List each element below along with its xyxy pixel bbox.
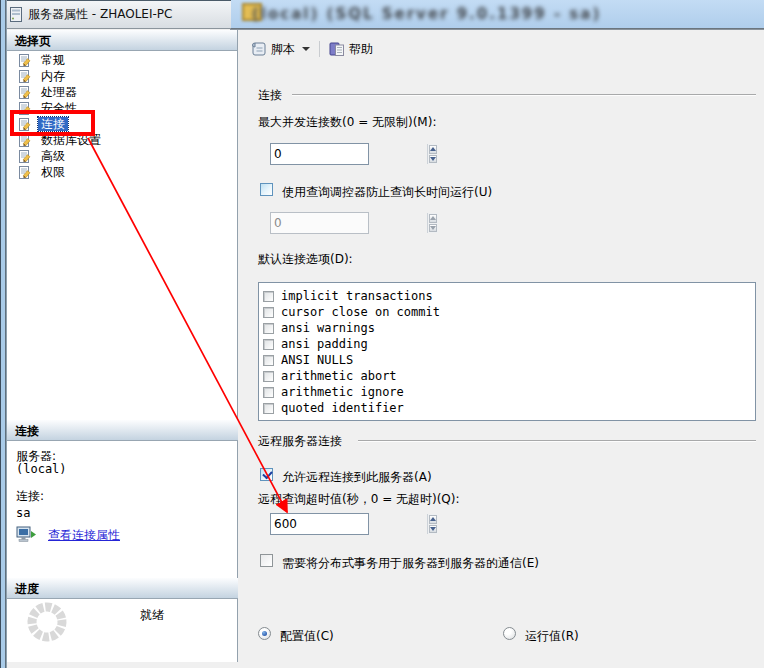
option-checkbox[interactable] bbox=[263, 403, 274, 414]
query-governor-input bbox=[271, 213, 427, 233]
configured-value-label: 配置值(C) bbox=[280, 628, 334, 645]
script-dropdown-icon[interactable] bbox=[302, 47, 310, 51]
server-properties-icon bbox=[10, 7, 22, 22]
option-row: quoted identifier bbox=[263, 400, 755, 416]
page-edit-icon bbox=[18, 102, 31, 115]
option-label: arithmetic abort bbox=[281, 369, 397, 383]
option-checkbox[interactable] bbox=[263, 291, 274, 302]
progress-panel-header: 进度 bbox=[7, 578, 238, 599]
remote-timeout-input[interactable] bbox=[271, 514, 427, 534]
max-connections-stepper bbox=[270, 143, 369, 165]
sidebar-item-权限[interactable]: 权限 bbox=[7, 164, 238, 180]
default-options-list[interactable]: implicit transactionscursor close on com… bbox=[258, 282, 756, 421]
option-row: ANSI NULLS bbox=[263, 352, 755, 368]
sidebar-item-连接[interactable]: 连接 bbox=[7, 116, 238, 132]
script-button[interactable]: 脚本 bbox=[246, 39, 314, 60]
option-checkbox[interactable] bbox=[263, 355, 274, 366]
option-label: ansi padding bbox=[281, 337, 368, 351]
option-checkbox[interactable] bbox=[263, 371, 274, 382]
option-checkbox[interactable] bbox=[263, 387, 274, 398]
sidebar-item-数据库设置[interactable]: 数据库设置 bbox=[7, 132, 238, 148]
background-window[interactable]: (local) (SQL Server 9.0.1399 - sa) bbox=[230, 0, 764, 30]
configured-value-radio[interactable] bbox=[258, 627, 271, 640]
sidebar-item-label: 连接 bbox=[38, 117, 68, 131]
sidebar-item-内存[interactable]: 内存 bbox=[7, 68, 238, 84]
option-label: ansi warnings bbox=[281, 321, 375, 335]
sidebar-item-常规[interactable]: 常规 bbox=[7, 52, 238, 68]
remote-timeout-label: 远程查询超时值(秒，0 = 无超时)(Q): bbox=[258, 491, 460, 508]
main-panel: 脚本 帮助 连接 最大并发连接数(0 = 无限制)(M): 使用查询调控器防止查… bbox=[240, 30, 764, 668]
help-book-icon bbox=[329, 41, 345, 57]
page-edit-icon bbox=[18, 70, 31, 83]
default-options-label: 默认连接选项(D): bbox=[258, 251, 353, 268]
help-button[interactable]: 帮助 bbox=[325, 39, 377, 60]
toolbar-separator bbox=[319, 41, 320, 57]
running-value-label: 运行值(R) bbox=[525, 628, 579, 645]
remote-section-title: 远程服务器连接 bbox=[258, 433, 342, 450]
option-label: ANSI NULLS bbox=[281, 353, 353, 367]
option-label: arithmetic ignore bbox=[281, 385, 404, 399]
spin-down-button[interactable] bbox=[429, 155, 437, 164]
page-edit-icon bbox=[18, 166, 31, 179]
sidebar-item-label: 数据库设置 bbox=[38, 133, 104, 147]
sidebar-item-label: 安全性 bbox=[38, 101, 80, 115]
select-page-header: 选择页 bbox=[7, 30, 237, 51]
title-bar[interactable]: 服务器属性 - ZHAOLEI-PC bbox=[1, 0, 231, 29]
page-edit-icon bbox=[18, 134, 31, 147]
option-label: quoted identifier bbox=[281, 401, 404, 415]
sidebar-item-安全性[interactable]: 安全性 bbox=[7, 100, 238, 116]
help-button-label: 帮助 bbox=[349, 41, 373, 58]
remote-timeout-stepper bbox=[270, 513, 369, 535]
sidebar-item-高级[interactable]: 高级 bbox=[7, 148, 238, 164]
max-connections-label: 最大并发连接数(0 = 无限制)(M): bbox=[258, 114, 436, 131]
view-connection-properties-row: 查看连接属性 bbox=[16, 526, 120, 545]
progress-spinner-icon bbox=[25, 600, 69, 644]
query-governor-label: 使用查询调控器防止查询长时间运行(U) bbox=[282, 184, 492, 201]
spin-down-button[interactable] bbox=[429, 525, 437, 534]
sidebar-item-label: 权限 bbox=[38, 165, 68, 179]
max-connections-input[interactable] bbox=[271, 144, 427, 164]
connection-section-rule bbox=[292, 94, 756, 96]
allow-remote-checkbox[interactable] bbox=[260, 468, 273, 481]
view-connection-properties-link[interactable]: 查看连接属性 bbox=[48, 527, 120, 544]
option-row: cursor close on commit bbox=[263, 304, 755, 320]
sidebar-item-label: 常规 bbox=[38, 53, 68, 67]
query-governor-spin-buttons bbox=[427, 213, 438, 233]
sidebar-item-label: 内存 bbox=[38, 69, 68, 83]
page-edit-icon bbox=[18, 86, 31, 99]
window-title: 服务器属性 - ZHAOLEI-PC bbox=[28, 6, 172, 23]
spin-down-button bbox=[429, 224, 437, 233]
option-row: ansi padding bbox=[263, 336, 755, 352]
page-edit-icon bbox=[18, 118, 31, 131]
option-row: implicit transactions bbox=[263, 288, 755, 304]
sidebar-item-处理器[interactable]: 处理器 bbox=[7, 84, 238, 100]
max-connections-spin-buttons bbox=[427, 144, 438, 164]
query-governor-stepper bbox=[270, 212, 369, 234]
connection-section-title: 连接 bbox=[258, 87, 282, 104]
toolbar: 脚本 帮助 bbox=[246, 37, 377, 61]
running-value-radio[interactable] bbox=[503, 627, 516, 640]
option-checkbox[interactable] bbox=[263, 307, 274, 318]
option-row: arithmetic abort bbox=[263, 368, 755, 384]
spin-up-button bbox=[429, 214, 437, 223]
sidebar-item-label: 高级 bbox=[38, 149, 68, 163]
option-checkbox[interactable] bbox=[263, 339, 274, 350]
query-governor-checkbox[interactable] bbox=[260, 183, 273, 196]
script-scroll-icon bbox=[250, 41, 267, 57]
sidebar: 选择页 常规内存处理器安全性连接数据库设置高级权限 连接 服务器: (local… bbox=[7, 30, 238, 662]
screenshot-root: { "window": { "title": "服务器属性 - ZHAOLEI-… bbox=[0, 0, 764, 668]
require-dtc-checkbox[interactable] bbox=[260, 554, 273, 567]
remote-timeout-spin-buttons bbox=[427, 514, 438, 534]
page-edit-icon bbox=[18, 54, 31, 67]
connection-value: sa bbox=[16, 506, 30, 520]
option-row: arithmetic ignore bbox=[263, 384, 755, 400]
view-connection-properties-icon bbox=[16, 526, 38, 545]
spin-up-button[interactable] bbox=[429, 145, 437, 154]
spin-up-button[interactable] bbox=[429, 515, 437, 524]
option-row: ansi warnings bbox=[263, 320, 755, 336]
allow-remote-label: 允许远程连接到此服务器(A) bbox=[282, 469, 432, 486]
require-dtc-label: 需要将分布式事务用于服务器到服务器的通信(E) bbox=[282, 555, 539, 572]
connection-panel-header: 连接 bbox=[7, 420, 238, 441]
option-label: cursor close on commit bbox=[281, 305, 440, 319]
option-checkbox[interactable] bbox=[263, 323, 274, 334]
